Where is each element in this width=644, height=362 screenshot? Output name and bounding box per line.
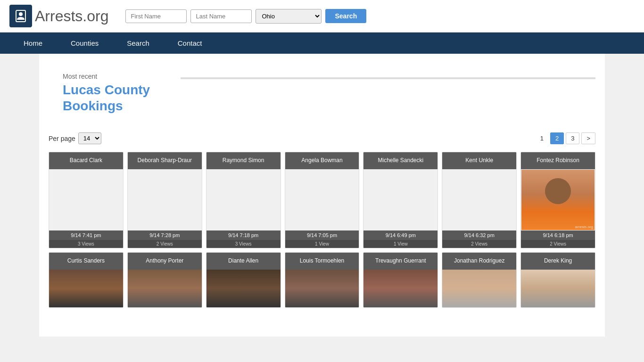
mugshot-image (442, 169, 516, 230)
mugshot-card-bacard-clark[interactable]: Bacard Clark 9/14 7:41 pm 3 Views (49, 152, 124, 248)
mugshot-name: Diante Allen (206, 253, 281, 270)
mugshot-name: Deborah Sharp-Draur (128, 152, 202, 169)
mugshot-name: Anthony Porter (128, 253, 202, 270)
nav-search[interactable]: Search (113, 33, 164, 54)
mugshot-card-diante-allen[interactable]: Diante Allen (206, 252, 281, 308)
page-2-button[interactable]: 2 (550, 132, 564, 144)
header-search-form: Ohio Alabama Alaska Arizona Search (125, 9, 366, 24)
mugshot-image (521, 270, 595, 307)
mugshot-card-michelle-sandecki[interactable]: Michelle Sandecki 9/14 6:49 pm 1 View (363, 152, 438, 248)
mugshot-name: Curtis Sanders (49, 253, 123, 270)
mugshot-name: Angela Bowman (285, 152, 359, 169)
mugshot-date: 9/14 6:32 pm (442, 230, 516, 240)
mugshot-card-trevaughn-guerrant[interactable]: Trevaughn Guerrant (363, 252, 438, 308)
mugshot-image (206, 169, 281, 230)
page-3-button[interactable]: 3 (566, 132, 579, 144)
mugshot-image (49, 169, 123, 230)
mugshot-image (128, 270, 202, 307)
mugshot-card-deborah-sharp-draur[interactable]: Deborah Sharp-Draur 9/14 7:28 pm 2 Views (127, 152, 202, 248)
mugshot-name: Kent Unkle (442, 152, 516, 169)
mugshot-views: 1 View (363, 240, 438, 248)
mugshot-name: Raymond Simon (206, 152, 281, 169)
logo-icon (9, 5, 32, 27)
mugshot-views: 2 Views (128, 240, 202, 248)
mugshot-views: 2 Views (442, 240, 516, 248)
mugshot-card-angela-bowman[interactable]: Angela Bowman 9/14 7:05 pm 1 View (285, 152, 360, 248)
mugshot-card-derek-king[interactable]: Derek King (520, 252, 595, 308)
per-page-label: Per page (49, 135, 75, 142)
mugshot-image (128, 169, 202, 230)
mugshot-date: 9/14 7:18 pm (206, 230, 281, 240)
title-section: Most recent Lucas County Bookings (49, 63, 181, 118)
header-search-button[interactable]: Search (325, 9, 366, 23)
mugshot-grid-row1: Bacard Clark 9/14 7:41 pm 3 Views Debora… (49, 152, 595, 248)
mugshot-name: Michelle Sandecki (363, 152, 438, 169)
mugshot-date: 9/14 7:05 pm (285, 230, 359, 240)
first-name-input[interactable] (125, 9, 187, 23)
nav-home[interactable]: Home (9, 33, 57, 54)
per-page-select[interactable]: 10 14 25 50 (78, 132, 101, 144)
main-content: Most recent Lucas County Bookings Per pa… (0, 54, 644, 362)
site-header: Arrests.org Ohio Alabama Alaska Arizona … (0, 0, 644, 33)
mugshot-image (442, 270, 516, 307)
mugshot-grid-row2: Curtis Sanders Anthony Porter Diante All… (49, 252, 595, 308)
banner-area (181, 63, 595, 79)
mugshot-date: 9/14 7:28 pm (128, 230, 202, 240)
mugshot-views: 1 View (285, 240, 359, 248)
logo-text: Arrests.org (35, 8, 108, 25)
grid-section: Per page 10 14 25 50 1 2 3 > (39, 123, 605, 317)
mugshot-views: 3 Views (206, 240, 281, 248)
banner-divider (181, 77, 595, 79)
mugshot-card-raymond-simon[interactable]: Raymond Simon 9/14 7:18 pm 3 Views (206, 152, 281, 248)
nav-counties[interactable]: Counties (57, 33, 113, 54)
mugshot-date: 9/14 6:49 pm (363, 230, 438, 240)
mugshot-name: Jonathan Rodriguez (442, 253, 516, 270)
mugshot-card-anthony-porter[interactable]: Anthony Porter (127, 252, 202, 308)
state-select[interactable]: Ohio Alabama Alaska Arizona (256, 9, 322, 24)
mugshot-views: 3 Views (49, 240, 123, 248)
site-logo[interactable]: Arrests.org (9, 5, 108, 27)
mugshot-name: Louis Tormoehlen (285, 253, 359, 270)
mugshot-date: 9/14 6:18 pm (521, 230, 595, 240)
mugshot-card-kent-unkle[interactable]: Kent Unkle 9/14 6:32 pm 2 Views (442, 152, 517, 248)
mugshot-name: Fontez Robinson (521, 152, 595, 169)
mugshot-image (49, 270, 123, 307)
mugshot-views: 2 Views (521, 240, 595, 248)
mugshot-image (363, 270, 438, 307)
page-1-text: 1 (536, 133, 548, 144)
page-next-button[interactable]: > (581, 132, 595, 144)
mugshot-date: 9/14 7:41 pm (49, 230, 123, 240)
mugshot-card-curtis-sanders[interactable]: Curtis Sanders (49, 252, 124, 308)
mugshot-name: Trevaughn Guerrant (363, 253, 438, 270)
nav-contact[interactable]: Contact (164, 33, 216, 54)
main-navbar: Home Counties Search Contact (0, 33, 644, 54)
mugshot-image (285, 270, 359, 307)
per-page-control: Per page 10 14 25 50 (49, 132, 101, 144)
mugshot-name: Derek King (521, 253, 595, 270)
mugshot-name: Bacard Clark (49, 152, 123, 169)
last-name-input[interactable] (190, 9, 252, 23)
mugshot-image (206, 270, 281, 307)
mugshot-image (363, 169, 438, 230)
content-wrapper: Most recent Lucas County Bookings Per pa… (39, 54, 605, 337)
page-title: Lucas County Bookings (63, 82, 166, 114)
most-recent-label: Most recent (63, 73, 166, 80)
grid-controls: Per page 10 14 25 50 1 2 3 > (49, 132, 595, 144)
mugshot-card-louis-tormoehlen[interactable]: Louis Tormoehlen (285, 252, 360, 308)
mugshot-card-jonathan-rodriguez[interactable]: Jonathan Rodriguez (442, 252, 517, 308)
mugshot-card-fontez-robinson[interactable]: Fontez Robinson arrests.org 9/14 6:18 pm… (520, 152, 595, 248)
mugshot-image (285, 169, 359, 230)
pagination: 1 2 3 > (536, 132, 595, 144)
svg-point-1 (19, 12, 23, 16)
mugshot-image: arrests.org (521, 169, 595, 230)
